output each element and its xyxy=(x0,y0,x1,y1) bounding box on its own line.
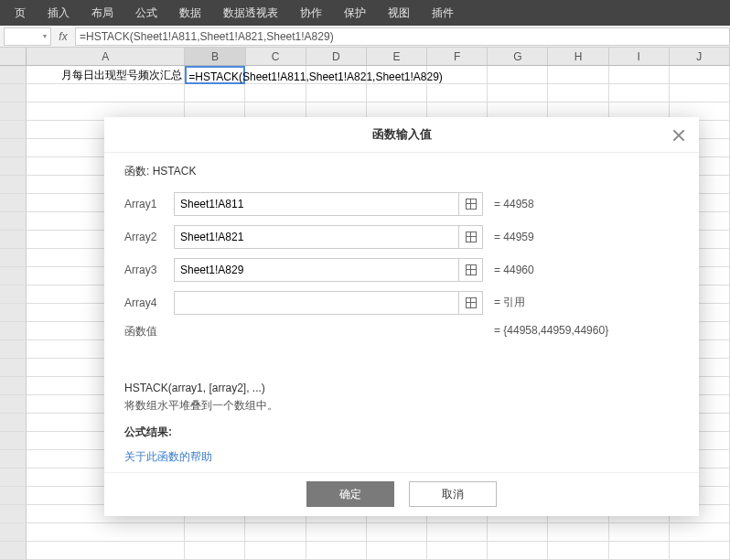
row-header[interactable] xyxy=(0,340,27,359)
row-header[interactable] xyxy=(0,377,27,395)
row-header[interactable] xyxy=(0,304,27,322)
row-header[interactable] xyxy=(0,249,27,267)
row-header[interactable] xyxy=(0,194,27,212)
row-header[interactable] xyxy=(0,285,27,304)
col-header-F[interactable]: F xyxy=(427,48,488,65)
cell[interactable] xyxy=(548,84,608,102)
menu-data[interactable]: 数据 xyxy=(168,0,212,26)
menu-plugins[interactable]: 插件 xyxy=(421,0,465,26)
menu-layout[interactable]: 布局 xyxy=(81,0,124,26)
row-header[interactable] xyxy=(0,322,27,340)
cell[interactable] xyxy=(427,84,488,102)
menu-view[interactable]: 视图 xyxy=(377,0,421,26)
cell[interactable] xyxy=(488,542,548,560)
cell[interactable] xyxy=(670,523,730,542)
col-header-I[interactable]: I xyxy=(609,48,670,65)
row-header[interactable] xyxy=(0,505,27,523)
row-header[interactable] xyxy=(0,231,27,249)
cell[interactable] xyxy=(609,66,670,84)
row-header[interactable] xyxy=(0,84,27,102)
menu-protect[interactable]: 保护 xyxy=(333,0,377,26)
cell[interactable] xyxy=(548,542,608,560)
fx-label[interactable]: fx xyxy=(51,30,75,43)
menu-formula[interactable]: 公式 xyxy=(124,0,168,26)
range-select-button[interactable] xyxy=(458,259,482,281)
row-header[interactable] xyxy=(0,157,27,176)
row-header[interactable] xyxy=(0,450,27,468)
cell[interactable] xyxy=(670,66,730,84)
col-header-D[interactable]: D xyxy=(306,48,367,65)
menu-collab[interactable]: 协作 xyxy=(289,0,333,26)
cell[interactable] xyxy=(306,542,367,560)
row-header[interactable] xyxy=(0,176,27,194)
array4-input[interactable] xyxy=(175,292,458,314)
cell[interactable] xyxy=(185,542,245,560)
cell[interactable] xyxy=(245,84,306,102)
cell[interactable] xyxy=(488,66,548,84)
cell[interactable] xyxy=(367,84,427,102)
range-select-button[interactable] xyxy=(458,193,482,215)
cell-B1[interactable]: =HSTACK(Sheet1!A811,Sheet1!A821,Sheet1!A… xyxy=(185,66,245,84)
ok-button[interactable]: 确定 xyxy=(306,481,394,507)
cell[interactable] xyxy=(367,542,427,560)
cell[interactable] xyxy=(488,523,548,542)
cell[interactable] xyxy=(609,84,670,102)
cell[interactable] xyxy=(609,523,670,542)
cell[interactable] xyxy=(27,84,185,102)
col-header-A[interactable]: A xyxy=(27,48,185,65)
cell[interactable] xyxy=(670,542,730,560)
row-header[interactable] xyxy=(0,267,27,285)
help-link[interactable]: 关于此函数的帮助 xyxy=(124,449,679,465)
cell[interactable] xyxy=(245,523,306,542)
cancel-button[interactable]: 取消 xyxy=(409,481,497,507)
cell[interactable] xyxy=(27,523,185,542)
cell[interactable] xyxy=(306,523,367,542)
col-header-J[interactable]: J xyxy=(670,48,730,65)
row-header[interactable] xyxy=(0,523,27,542)
col-header-H[interactable]: H xyxy=(548,48,608,65)
cell[interactable] xyxy=(185,84,245,102)
row-header[interactable] xyxy=(0,212,27,231)
array2-input[interactable] xyxy=(175,226,458,248)
row-header[interactable] xyxy=(0,432,27,450)
row-header[interactable] xyxy=(0,414,27,432)
close-icon[interactable] xyxy=(670,126,688,145)
row-header[interactable] xyxy=(0,121,27,139)
col-header-E[interactable]: E xyxy=(367,48,427,65)
row-header[interactable] xyxy=(0,487,27,505)
cell[interactable] xyxy=(27,542,185,560)
range-select-button[interactable] xyxy=(458,292,482,314)
menu-pivot[interactable]: 数据透视表 xyxy=(212,0,289,26)
col-header-G[interactable]: G xyxy=(488,48,548,65)
cell[interactable] xyxy=(548,523,608,542)
formula-input[interactable]: =HSTACK(Sheet1!A811,Sheet1!A821,Sheet1!A… xyxy=(75,27,730,46)
menu-page[interactable]: 页 xyxy=(4,0,37,26)
cell[interactable] xyxy=(367,523,427,542)
select-all-corner[interactable] xyxy=(0,48,27,65)
range-select-button[interactable] xyxy=(458,226,482,248)
row-header[interactable] xyxy=(0,395,27,414)
function-value-label: 函数值 xyxy=(124,324,174,339)
cell[interactable] xyxy=(609,542,670,560)
row-header[interactable] xyxy=(0,102,27,121)
col-header-B[interactable]: B xyxy=(185,48,245,65)
cell[interactable] xyxy=(306,84,367,102)
cell[interactable] xyxy=(548,66,608,84)
cell[interactable] xyxy=(427,542,488,560)
array3-input[interactable] xyxy=(175,259,458,281)
cell[interactable] xyxy=(245,542,306,560)
array1-input[interactable] xyxy=(175,193,458,215)
row-header[interactable] xyxy=(0,542,27,560)
name-box[interactable]: ▾ xyxy=(4,27,51,46)
cell[interactable] xyxy=(427,523,488,542)
menu-insert[interactable]: 插入 xyxy=(37,0,81,26)
cell[interactable] xyxy=(670,84,730,102)
cell[interactable] xyxy=(488,84,548,102)
row-header[interactable] xyxy=(0,139,27,157)
row-header[interactable] xyxy=(0,468,27,487)
col-header-C[interactable]: C xyxy=(246,48,306,65)
row-header[interactable] xyxy=(0,359,27,377)
cell-A1[interactable]: 月每日出现型号频次汇总 xyxy=(27,66,185,84)
cell[interactable] xyxy=(185,523,245,542)
row-header[interactable] xyxy=(0,66,27,84)
